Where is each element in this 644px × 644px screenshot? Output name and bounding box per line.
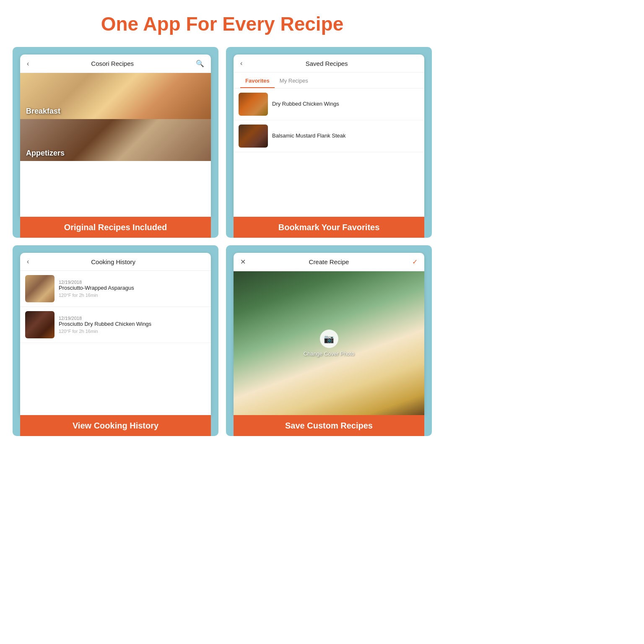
phone-mockup-3: ‹ Cooking History 12/19/2018 Prosciutto-…: [20, 253, 211, 415]
category-appetizers-label: Appetizers: [26, 149, 65, 158]
saved-item-wings-text: Dry Rubbed Chicken Wings: [272, 101, 419, 108]
history-title-2: Prosciutto Dry Rubbed Chicken Wings: [59, 321, 206, 328]
search-icon-1[interactable]: 🔍: [196, 60, 204, 68]
history-detail-1: 120°F for 2h 16min: [59, 293, 206, 298]
phone-header-3: ‹ Cooking History: [20, 253, 211, 271]
label-original-recipes: Original Recipes Included: [20, 217, 211, 238]
saved-item-wings[interactable]: Dry Rubbed Chicken Wings: [234, 88, 424, 120]
phone-mockup-1: ‹ Cosori Recipes 🔍 Breakfast Appetizers: [20, 55, 211, 217]
change-cover-text: Change Cover Photo: [304, 351, 354, 357]
phone-title-3: Cooking History: [29, 258, 197, 265]
history-item-asparagus-text: 12/19/2018 Prosciutto-Wrapped Asparagus …: [59, 280, 206, 298]
category-breakfast[interactable]: Breakfast: [20, 73, 211, 119]
saved-list: Dry Rubbed Chicken Wings Balsamic Mustar…: [234, 88, 424, 217]
history-date-2: 12/19/2018: [59, 316, 206, 321]
feature-grid: ‹ Cosori Recipes 🔍 Breakfast Appetizers …: [13, 47, 432, 436]
cell-original-recipes: ‹ Cosori Recipes 🔍 Breakfast Appetizers …: [13, 47, 218, 238]
camera-icon[interactable]: 📷: [320, 330, 338, 348]
saved-item-wings-title: Dry Rubbed Chicken Wings: [272, 101, 419, 108]
cover-photo-bg: 📷 Change Cover Photo: [234, 271, 424, 415]
thumb-steak: [239, 125, 268, 148]
cell-bookmark-favorites: ‹ Saved Recipes Favorites My Recipes Dry…: [226, 47, 432, 238]
history-title-1: Prosciutto-Wrapped Asparagus: [59, 285, 206, 292]
history-list: 12/19/2018 Prosciutto-Wrapped Asparagus …: [20, 271, 211, 415]
thumb-chicken: [25, 311, 55, 338]
phone-title-1: Cosori Recipes: [29, 60, 196, 67]
create-content: 📷 Change Cover Photo: [234, 271, 424, 415]
phone-mockup-2: ‹ Saved Recipes Favorites My Recipes Dry…: [234, 55, 424, 217]
history-item-chicken[interactable]: 12/19/2018 Prosciutto Dry Rubbed Chicken…: [20, 307, 211, 343]
label-save-custom-recipes: Save Custom Recipes: [234, 415, 424, 436]
phone-title-4: Create Recipe: [246, 258, 412, 265]
phone-mockup-4: ✕ Create Recipe ✓ 📷 Change Cover Photo: [234, 253, 424, 415]
saved-item-steak-title: Balsamic Mustard Flank Steak: [272, 132, 419, 140]
phone-title-2: Saved Recipes: [242, 60, 411, 67]
saved-item-steak[interactable]: Balsamic Mustard Flank Steak: [234, 120, 424, 152]
history-item-chicken-text: 12/19/2018 Prosciutto Dry Rubbed Chicken…: [59, 316, 206, 334]
history-detail-2: 120°F for 2h 16min: [59, 329, 206, 334]
phone-header-1: ‹ Cosori Recipes 🔍: [20, 55, 211, 73]
label-cooking-history: View Cooking History: [20, 415, 211, 436]
label-bookmark-favorites: Bookmark Your Favorites: [234, 217, 424, 238]
saved-item-steak-text: Balsamic Mustard Flank Steak: [272, 132, 419, 140]
page-title: One App For Every Recipe: [101, 13, 344, 35]
phone-header-4: ✕ Create Recipe ✓: [234, 253, 424, 271]
phone-header-2: ‹ Saved Recipes: [234, 55, 424, 73]
history-date-1: 12/19/2018: [59, 280, 206, 285]
camera-symbol: 📷: [324, 334, 334, 344]
thumb-wings: [239, 93, 268, 116]
close-icon[interactable]: ✕: [240, 258, 246, 266]
thumb-asparagus: [25, 275, 55, 302]
tab-my-recipes[interactable]: My Recipes: [275, 76, 313, 88]
history-item-asparagus[interactable]: 12/19/2018 Prosciutto-Wrapped Asparagus …: [20, 271, 211, 307]
category-breakfast-label: Breakfast: [26, 107, 60, 116]
check-icon[interactable]: ✓: [412, 258, 418, 266]
tabs-bar: Favorites My Recipes: [234, 73, 424, 88]
recipe-list: Breakfast Appetizers: [20, 73, 211, 217]
cell-create-recipe: ✕ Create Recipe ✓ 📷 Change Cover Photo S…: [226, 245, 432, 436]
cell-cooking-history: ‹ Cooking History 12/19/2018 Prosciutto-…: [13, 245, 218, 436]
tab-favorites[interactable]: Favorites: [240, 76, 275, 88]
category-appetizers[interactable]: Appetizers: [20, 119, 211, 161]
